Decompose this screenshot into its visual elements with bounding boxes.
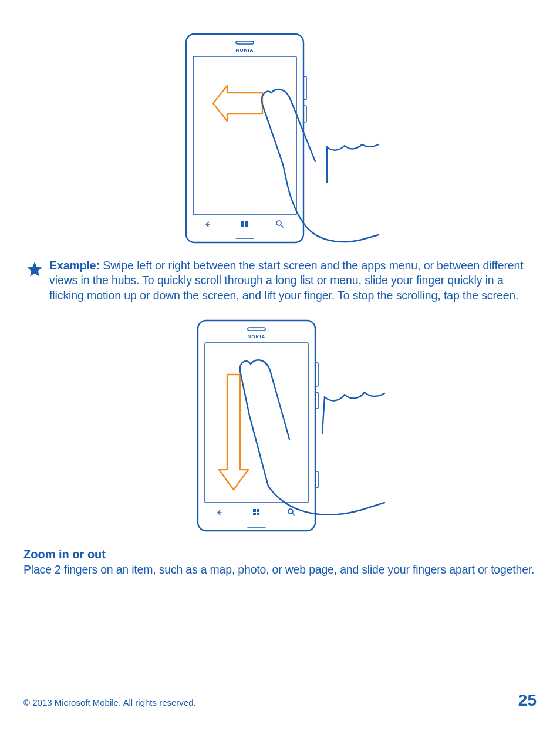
nav-back-icon <box>218 510 221 515</box>
svg-rect-14 <box>315 363 318 386</box>
phone-flick-illustration: NOKIA <box>174 316 386 536</box>
svg-rect-7 <box>241 224 244 227</box>
svg-rect-19 <box>253 513 256 515</box>
svg-rect-5 <box>241 221 244 224</box>
svg-rect-20 <box>257 513 259 515</box>
svg-rect-1 <box>236 41 254 44</box>
svg-rect-18 <box>257 509 259 512</box>
document-page: NOKIA <box>0 0 560 738</box>
figure-swipe-horizontal: NOKIA <box>23 29 537 247</box>
example-tip: Example: Swipe left or right between the… <box>23 258 537 303</box>
zoom-section: Zoom in or out Place 2 fingers on an ite… <box>23 548 537 577</box>
svg-rect-2 <box>193 56 296 215</box>
svg-rect-11 <box>198 321 315 531</box>
nav-windows-icon <box>241 221 248 227</box>
swipe-left-arrow-icon <box>213 86 262 121</box>
phone-swipe-illustration: NOKIA <box>180 29 380 247</box>
hand-outline-icon <box>262 89 379 242</box>
nav-windows-icon <box>253 509 259 515</box>
svg-rect-0 <box>186 34 303 242</box>
svg-rect-3 <box>303 76 306 100</box>
svg-rect-16 <box>315 471 318 488</box>
zoom-heading: Zoom in or out <box>23 548 537 561</box>
svg-rect-4 <box>303 106 306 122</box>
svg-rect-8 <box>245 224 248 227</box>
nav-back-icon <box>206 222 210 227</box>
hand-outline-icon <box>240 360 384 514</box>
star-icon <box>26 261 43 278</box>
zoom-text: Place 2 fingers on an item, such as a ma… <box>23 562 537 577</box>
brand-label: NOKIA <box>248 334 266 339</box>
svg-rect-13 <box>205 343 308 503</box>
svg-rect-17 <box>253 509 256 512</box>
example-body: Swipe left or right between the start sc… <box>49 259 524 302</box>
nav-search-icon <box>276 221 283 227</box>
svg-rect-6 <box>245 221 248 224</box>
example-text: Example: Swipe left or right between the… <box>49 258 537 303</box>
brand-label: NOKIA <box>236 48 254 53</box>
nav-search-icon <box>288 509 295 515</box>
figure-swipe-vertical: NOKIA <box>23 316 537 536</box>
example-label: Example: <box>49 259 100 272</box>
svg-rect-12 <box>248 328 265 331</box>
copyright-text: © 2013 Microsoft Mobile. All rights rese… <box>23 697 196 707</box>
svg-rect-15 <box>315 392 318 409</box>
page-number: 25 <box>518 691 537 710</box>
page-footer: © 2013 Microsoft Mobile. All rights rese… <box>23 691 537 710</box>
